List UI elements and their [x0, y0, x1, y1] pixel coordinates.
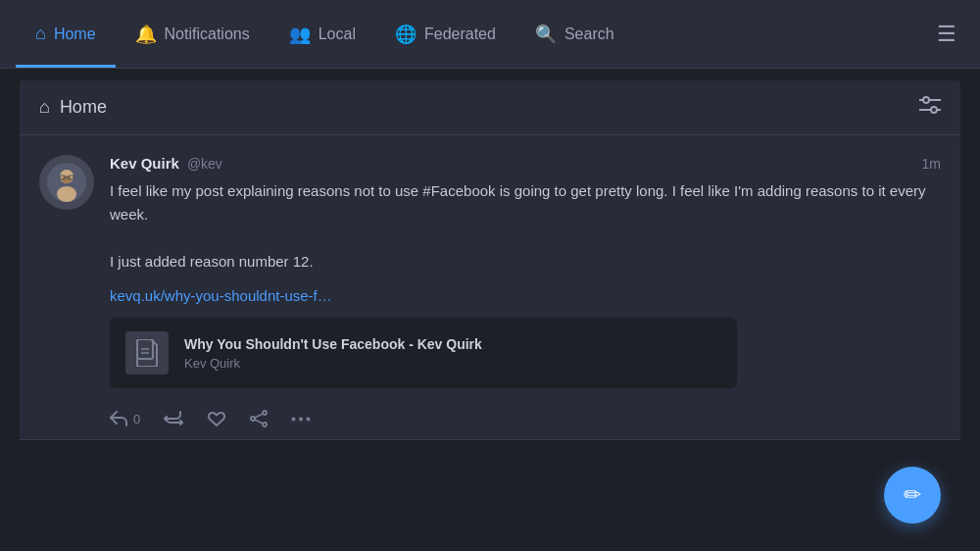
svg-point-3 [931, 107, 937, 113]
home-section-icon: ⌂ [39, 97, 50, 118]
nav-label-federated: Federated [424, 25, 496, 43]
preview-icon [125, 331, 169, 375]
post-link[interactable]: kevq.uk/why-you-shouldnt-use-f… [110, 287, 941, 304]
author-name: Kev Quirk [110, 155, 179, 172]
svg-point-2 [923, 97, 929, 103]
section-header: ⌂ Home [20, 80, 960, 135]
home-icon: ⌂ [35, 24, 46, 44]
post-author: Kev Quirk @kev [110, 155, 222, 172]
nav-item-home[interactable]: ⌂ Home [16, 0, 116, 68]
nav-label-home: Home [54, 25, 96, 43]
boost-button[interactable] [164, 411, 183, 426]
post-text-content: I feel like my post explaining reasons n… [110, 182, 926, 270]
nav-item-local[interactable]: 👥 Local [270, 0, 375, 68]
nav-item-notifications[interactable]: 🔔 Notifications [116, 0, 270, 68]
avatar[interactable] [39, 155, 94, 210]
reply-count: 0 [133, 412, 140, 426]
svg-point-15 [263, 411, 267, 415]
svg-point-16 [251, 417, 255, 421]
svg-line-19 [255, 420, 263, 424]
users-icon: 👥 [289, 24, 311, 45]
pencil-icon: ✏ [904, 484, 921, 506]
favourite-button[interactable] [207, 410, 226, 427]
top-navigation: ⌂ Home 🔔 Notifications 👥 Local 🌐 Federat… [0, 0, 980, 69]
nav-label-local: Local [318, 25, 356, 43]
svg-point-22 [307, 417, 311, 421]
post-time: 1m [922, 156, 941, 172]
svg-point-21 [299, 417, 303, 421]
post-text: I feel like my post explaining reasons n… [110, 179, 941, 274]
preview-title: Why You Shouldn't Use Facebook - Kev Qui… [184, 336, 482, 352]
svg-line-18 [255, 414, 263, 418]
post-card: Kev Quirk @kev 1m I feel like my post ex… [20, 135, 960, 440]
compose-fab-button[interactable]: ✏ [884, 467, 941, 524]
nav-label-search: Search [564, 25, 614, 43]
section-title-text: Home [60, 97, 107, 118]
reply-button[interactable]: 0 [110, 411, 140, 426]
filter-button[interactable] [919, 96, 941, 119]
post-meta: Kev Quirk @kev 1m [110, 155, 941, 172]
author-handle: @kev [187, 156, 222, 172]
svg-point-6 [57, 186, 76, 202]
svg-point-20 [292, 417, 296, 421]
nav-item-federated[interactable]: 🌐 Federated [375, 0, 515, 68]
preview-text: Why You Shouldn't Use Facebook - Kev Qui… [184, 336, 482, 371]
main-content: ⌂ Home [20, 80, 960, 440]
preview-site: Kev Quirk [184, 356, 482, 371]
section-title: ⌂ Home [39, 97, 107, 118]
bell-icon: 🔔 [135, 24, 157, 45]
nav-label-notifications: Notifications [165, 25, 250, 43]
search-icon: 🔍 [535, 24, 557, 45]
nav-item-search[interactable]: 🔍 Search [515, 0, 634, 68]
svg-point-17 [263, 423, 267, 426]
more-button[interactable] [291, 417, 311, 422]
globe-icon: 🌐 [395, 24, 416, 45]
post-actions: 0 [110, 402, 941, 427]
post-header: Kev Quirk @kev 1m I feel like my post ex… [39, 155, 941, 427]
share-button[interactable] [250, 410, 268, 427]
post-body: Kev Quirk @kev 1m I feel like my post ex… [110, 155, 941, 427]
hamburger-menu-button[interactable]: ☰ [929, 22, 964, 47]
link-preview[interactable]: Why You Shouldn't Use Facebook - Kev Qui… [110, 318, 737, 388]
